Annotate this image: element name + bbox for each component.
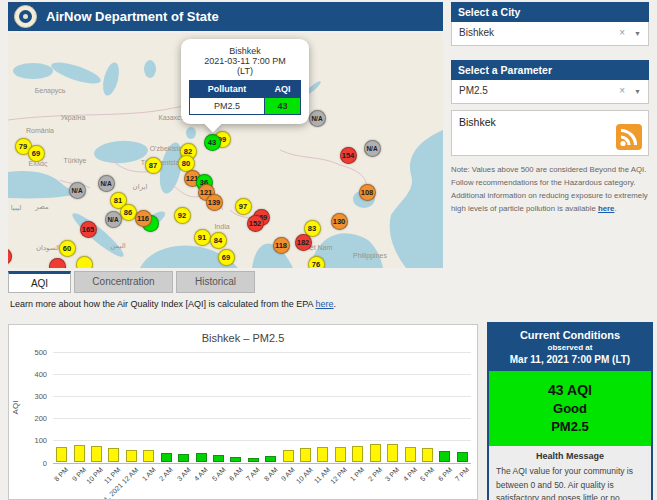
chart-gridline — [53, 418, 471, 419]
rss-city-label: Bishkek — [459, 116, 496, 128]
aqi-marker-na[interactable]: N/A — [69, 182, 86, 199]
chart-bar[interactable] — [91, 446, 102, 462]
parameter-select-value: PM2.5 — [459, 85, 488, 96]
aqi-marker[interactable]: 130 — [331, 213, 348, 230]
aqi-category: Good — [493, 401, 647, 416]
chart-bar[interactable] — [439, 451, 450, 462]
city-clear-icon[interactable]: × — [619, 22, 625, 44]
epa-info-text: Learn more about how the Air Quality Ind… — [10, 299, 316, 309]
aqi-marker-na[interactable]: N/A — [98, 175, 115, 192]
health-message-block: Health Message The AQI value for your co… — [489, 446, 651, 500]
health-message-title: Health Message — [496, 451, 644, 461]
chart-bar[interactable] — [56, 447, 67, 462]
popup-col-aqi: AQI — [264, 81, 300, 98]
chart-bar[interactable] — [457, 452, 468, 462]
aqi-marker[interactable]: 152 — [247, 215, 264, 232]
map-place-label: India — [214, 223, 229, 230]
aqi-marker-na[interactable]: N/A — [309, 110, 326, 127]
aqi-note-text: Note: Values above 500 are considered Be… — [451, 165, 648, 213]
chart-gridline — [53, 396, 471, 397]
parameter-caret-down-icon[interactable]: ▼ — [634, 81, 641, 103]
chart-bar[interactable] — [161, 453, 172, 462]
current-conditions-header: Current Conditions observed at Mar 11, 2… — [489, 324, 651, 371]
aqi-marker[interactable]: 154 — [340, 147, 357, 164]
map[interactable]: БеларусьУкраїнаRomâniaКазахстанΕλλάςTürk… — [8, 33, 443, 268]
chart-bar[interactable] — [178, 454, 189, 462]
chart-gridline — [53, 463, 471, 464]
parameter-select-dropdown[interactable]: PM2.5 × ▼ — [451, 80, 649, 104]
aqi-marker[interactable]: 60 — [59, 240, 76, 257]
aqi-marker[interactable]: 139 — [206, 194, 223, 211]
chart-bar[interactable] — [370, 444, 381, 462]
chart-gridline — [53, 374, 471, 375]
note-here-link[interactable]: here — [598, 204, 614, 213]
chart-bar[interactable] — [230, 457, 241, 462]
tab-concentration[interactable]: Concentration — [74, 271, 173, 293]
chart-bar[interactable] — [283, 450, 294, 462]
aqi-value: 43 AQI — [493, 382, 647, 398]
aqi-marker[interactable]: 80 — [178, 155, 195, 172]
chart-bar[interactable] — [335, 447, 346, 462]
city-select-title: Select a City — [451, 2, 649, 22]
aqi-marker[interactable]: 92 — [174, 207, 191, 224]
aqi-marker[interactable]: 91 — [194, 229, 211, 246]
aqi-pollutant: PM2.5 — [493, 419, 647, 434]
aqi-marker-na[interactable]: N/A — [364, 140, 381, 157]
aqi-marker[interactable]: 86 — [120, 204, 137, 221]
parameter-select-panel: Select a Parameter PM2.5 × ▼ — [451, 60, 649, 104]
chart-bar[interactable] — [126, 450, 137, 462]
chart-bar[interactable] — [143, 450, 154, 462]
tab-aqi[interactable]: AQI — [8, 271, 71, 293]
chart-bar[interactable] — [213, 455, 224, 462]
map-place-label: Philippines — [353, 252, 387, 259]
tab-historical[interactable]: Historical — [176, 271, 255, 293]
chart-bar[interactable] — [300, 448, 311, 462]
aqi-marker[interactable]: 108 — [359, 184, 376, 201]
popup-datetime: 2021-03-11 7:00 PM — [189, 56, 301, 66]
aqi-marker[interactable]: 97 — [235, 198, 252, 215]
chart-bar[interactable] — [74, 445, 85, 462]
aqi-marker[interactable]: 87 — [145, 157, 162, 174]
popup-timezone: (LT) — [189, 66, 301, 76]
aqi-marker-na[interactable]: N/A — [105, 211, 122, 228]
popup-table: Pollutant AQI PM2.5 43 — [189, 80, 301, 115]
chart-bar[interactable] — [387, 444, 398, 462]
chart-bar[interactable] — [196, 453, 207, 462]
parameter-clear-icon[interactable]: × — [619, 80, 625, 102]
popup-city: Bishkek — [189, 46, 301, 56]
epa-info-period: . — [334, 299, 337, 309]
chart-y-tick: 100 — [19, 436, 47, 445]
chart-bar[interactable] — [108, 448, 119, 462]
chart-y-axis-label: AQI — [11, 401, 20, 415]
aqi-marker[interactable]: 116 — [135, 210, 152, 227]
chart-title: Bishkek – PM2.5 — [9, 332, 477, 344]
aqi-marker[interactable]: 76 — [308, 256, 325, 269]
chart-bar[interactable] — [352, 446, 363, 462]
chart-bar[interactable] — [317, 447, 328, 462]
aqi-marker[interactable]: 182 — [295, 234, 312, 251]
chart-bar[interactable] — [405, 447, 416, 462]
chart-bar[interactable] — [422, 448, 433, 462]
map-place-label: ایران — [133, 183, 148, 191]
epa-here-link[interactable]: here — [316, 299, 334, 309]
chart-bar[interactable] — [265, 456, 276, 462]
city-caret-down-icon[interactable]: ▼ — [634, 23, 641, 45]
rss-feed-icon[interactable] — [616, 124, 642, 150]
aqi-marker[interactable] — [49, 258, 66, 269]
aqi-marker[interactable] — [76, 256, 93, 269]
city-select-dropdown[interactable]: Bishkek × ▼ — [451, 22, 649, 46]
chart-bar[interactable] — [248, 458, 259, 462]
map-place-label: السودان — [36, 244, 60, 252]
aqi-marker[interactable]: 118 — [273, 237, 290, 254]
aqi-marker[interactable]: 84 — [210, 232, 227, 249]
popup-aqi-value: 43 — [264, 98, 300, 115]
aqi-marker[interactable]: 69 — [218, 249, 235, 266]
aqi-marker[interactable]: 43 — [204, 134, 221, 151]
aqi-marker[interactable]: 165 — [80, 221, 97, 238]
tab-bar: AQIConcentrationHistorical — [8, 271, 255, 293]
epa-info-line: Learn more about how the Air Quality Ind… — [10, 299, 336, 309]
aqi-chart-panel: Bishkek – PM2.5 AQI 01002003004005008 PM… — [8, 324, 478, 500]
aqi-marker[interactable]: 69 — [28, 145, 45, 162]
map-place-label: مصر — [35, 203, 49, 211]
map-place-label: Україна — [61, 114, 86, 121]
